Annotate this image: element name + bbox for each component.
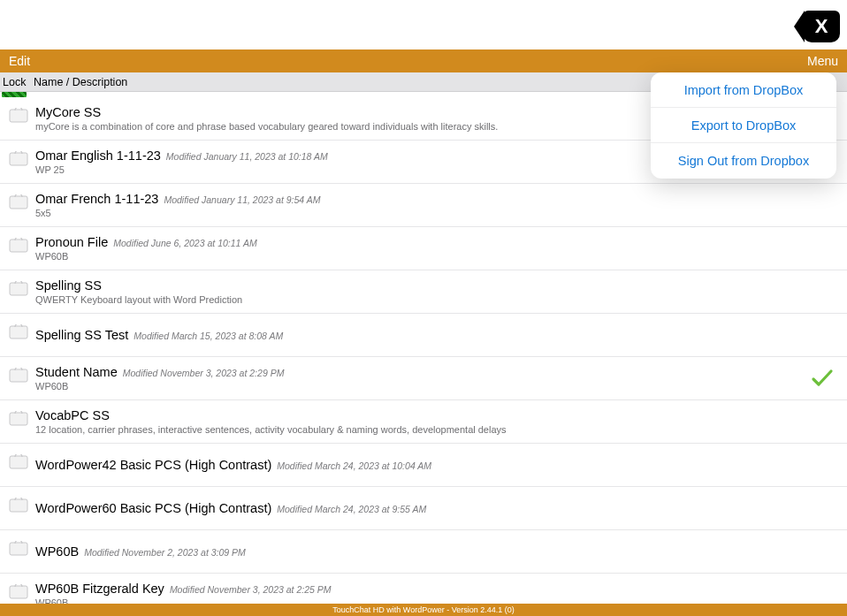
item-title: Student Name <box>35 365 118 379</box>
row-body: Spelling SSQWERTY Keyboard layout with W… <box>35 278 805 305</box>
close-glyph: X <box>815 15 828 38</box>
edit-button[interactable]: Edit <box>9 54 30 68</box>
item-title: WordPower42 Basic PCS (High Contrast) <box>35 458 271 472</box>
item-description: 5x5 <box>35 208 805 218</box>
row-body: WP60BModified November 2, 2023 at 3:09 P… <box>35 544 805 559</box>
menu-item-export-dropbox[interactable]: Export to DropBox <box>651 108 836 143</box>
item-title: Omar English 1-11-23 <box>35 148 161 163</box>
item-title: VocabPC SS <box>35 408 110 422</box>
footer-text: TouchChat HD with WordPower - Version 2.… <box>332 605 514 614</box>
item-title: Spelling SS <box>35 278 102 293</box>
lock-icon <box>2 368 35 389</box>
list-item[interactable]: WP60BModified November 2, 2023 at 3:09 P… <box>0 530 847 574</box>
row-body: WordPower60 Basic PCS (High Contrast)Mod… <box>35 501 805 515</box>
list-item[interactable]: Spelling SS TestModified March 15, 2023 … <box>0 314 847 357</box>
list-item[interactable]: WordPower42 Basic PCS (High Contrast)Mod… <box>0 444 847 487</box>
device-topbar: X <box>0 0 847 49</box>
lock-icon <box>2 238 35 259</box>
item-title: MyCore SS <box>35 105 101 119</box>
lock-icon <box>2 541 35 562</box>
list-item[interactable]: VocabPC SS12 location, carrier phrases, … <box>0 400 847 444</box>
item-modified: Modified January 11, 2023 at 9:54 AM <box>164 194 320 205</box>
close-icon[interactable]: X <box>803 11 840 42</box>
lock-icon <box>2 498 35 519</box>
item-modified: Modified March 15, 2023 at 8:08 AM <box>134 331 283 341</box>
lock-icon <box>2 411 35 432</box>
menu-popover: Import from DropBox Export to DropBox Si… <box>651 72 836 179</box>
header-lock: Lock <box>2 76 34 88</box>
item-description: WP60B <box>35 251 805 262</box>
list-item[interactable]: Omar French 1-11-23Modified January 11, … <box>0 184 847 227</box>
row-body: Student NameModified November 3, 2023 at… <box>35 365 805 392</box>
item-modified: Modified November 3, 2023 at 2:29 PM <box>123 368 285 378</box>
item-title: Omar French 1-11-23 <box>35 192 158 206</box>
footer-bar: TouchChat HD with WordPower - Version 2.… <box>0 604 847 616</box>
lock-icon <box>2 584 35 605</box>
menu-item-import-dropbox[interactable]: Import from DropBox <box>651 72 836 108</box>
menu-button[interactable]: Menu <box>807 54 838 68</box>
item-description: WP60B <box>35 381 805 392</box>
menu-item-signout-dropbox[interactable]: Sign Out from Dropbox <box>651 143 836 179</box>
lock-icon <box>2 324 35 346</box>
list-item[interactable]: Student NameModified November 3, 2023 at… <box>0 357 847 400</box>
item-description: QWERTY Keyboard layout with Word Predict… <box>35 294 805 305</box>
lock-icon <box>2 454 35 475</box>
list-item[interactable]: Spelling SSQWERTY Keyboard layout with W… <box>0 270 847 314</box>
row-body: Spelling SS TestModified March 15, 2023 … <box>35 328 805 342</box>
item-title: WP60B Fitzgerald Key <box>35 582 164 596</box>
row-body: Pronoun FileModified June 6, 2023 at 10:… <box>35 235 805 262</box>
item-title: WordPower60 Basic PCS (High Contrast) <box>35 501 271 515</box>
item-modified: Modified June 6, 2023 at 10:11 AM <box>113 238 256 248</box>
lock-icon <box>2 108 35 129</box>
lock-icon <box>2 151 35 172</box>
selected-check-icon <box>805 368 840 389</box>
item-title: WP60B <box>35 544 79 559</box>
lock-icon <box>2 281 35 302</box>
item-modified: Modified March 24, 2023 at 10:04 AM <box>277 460 431 471</box>
list-item[interactable]: Pronoun FileModified June 6, 2023 at 10:… <box>0 227 847 270</box>
item-modified: Modified January 11, 2023 at 10:18 AM <box>166 151 328 162</box>
item-modified: Modified November 3, 2023 at 2:25 PM <box>170 584 332 595</box>
item-modified: Modified November 2, 2023 at 3:09 PM <box>84 547 246 558</box>
lock-icon <box>2 194 35 216</box>
row-body: Omar French 1-11-23Modified January 11, … <box>35 192 805 218</box>
list-item[interactable]: WordPower60 Basic PCS (High Contrast)Mod… <box>0 487 847 530</box>
row-body: WordPower42 Basic PCS (High Contrast)Mod… <box>35 458 805 472</box>
header-name: Name / Description <box>34 76 127 88</box>
row-body: VocabPC SS12 location, carrier phrases, … <box>35 408 805 435</box>
item-modified: Modified March 24, 2023 at 9:55 AM <box>277 504 426 514</box>
navigation-bar: Edit Menu <box>0 49 847 72</box>
item-title: Pronoun File <box>35 235 108 249</box>
item-title: Spelling SS Test <box>35 328 128 342</box>
item-description: 12 location, carrier phrases, interactiv… <box>35 424 805 435</box>
